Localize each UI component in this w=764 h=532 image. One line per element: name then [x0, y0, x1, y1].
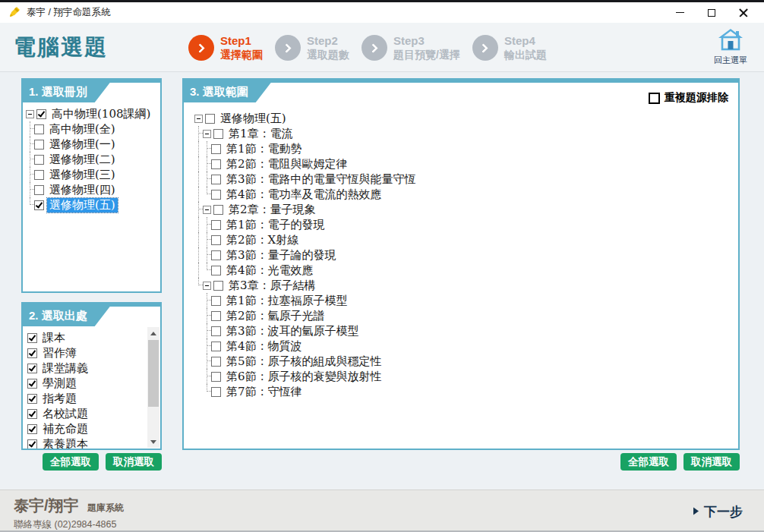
tree-item-label[interactable]: 選修物理(三)	[47, 168, 118, 182]
step-1[interactable]: Step1選擇範圍	[188, 34, 263, 61]
tree-item-label[interactable]: 第7節：守恆律	[224, 385, 305, 399]
checkbox[interactable]	[211, 357, 221, 367]
tree-guide	[194, 384, 203, 399]
tree-guide	[203, 323, 211, 338]
checkbox[interactable]	[213, 129, 223, 139]
tree-item-label[interactable]: 第3章：原子結構	[226, 279, 318, 293]
source-label[interactable]: 名校試題	[40, 407, 90, 421]
tree-guide	[194, 172, 203, 187]
checkbox[interactable]	[27, 379, 37, 389]
tree-item-label[interactable]: 第4節：光電效應	[224, 263, 316, 278]
checkbox[interactable]	[34, 170, 44, 180]
collapse-toggle-icon[interactable]	[194, 115, 203, 123]
tree-row: 第6節：原子核的衰變與放射性	[194, 369, 737, 384]
checkbox[interactable]	[27, 364, 37, 373]
checkbox[interactable]	[27, 439, 37, 449]
tree-item-label[interactable]: 選修物理(一)	[47, 137, 118, 152]
source-label[interactable]: 學測題	[40, 376, 79, 391]
checkbox[interactable]	[213, 205, 223, 215]
checkbox[interactable]	[34, 185, 44, 195]
checkbox[interactable]	[211, 296, 221, 306]
step-4[interactable]: Step4輸出試題	[472, 34, 547, 61]
collapse-toggle-icon[interactable]	[203, 282, 211, 290]
checkbox[interactable]	[211, 190, 221, 200]
checkbox[interactable]	[211, 220, 221, 230]
step-3[interactable]: Step3題目預覽/選擇	[361, 34, 460, 61]
tree-item-label[interactable]: 高中物理(全)	[47, 122, 118, 137]
checkbox[interactable]	[34, 155, 44, 165]
maximize-icon[interactable]	[696, 3, 728, 23]
checkbox[interactable]	[211, 342, 221, 351]
dedupe-checkbox[interactable]	[649, 93, 660, 104]
collapse-toggle-icon[interactable]	[203, 130, 211, 138]
tree-item-label[interactable]: 第1章：電流	[226, 127, 295, 141]
scope-deselect-button[interactable]: 取消選取	[683, 453, 740, 471]
source-label[interactable]: 課本	[40, 331, 68, 345]
checkbox[interactable]	[211, 311, 221, 321]
collapse-toggle-icon[interactable]	[203, 206, 211, 214]
tree-item-label[interactable]: 第2節：X射線	[224, 233, 301, 247]
tree-item-label[interactable]: 第2章：量子現象	[226, 203, 318, 217]
chevron-circle-icon	[472, 35, 498, 61]
scroll-down-icon[interactable]	[147, 436, 159, 448]
checkbox[interactable]	[27, 348, 37, 358]
scrollbar[interactable]	[147, 327, 159, 448]
checkbox[interactable]	[211, 144, 221, 154]
checkbox[interactable]	[211, 175, 221, 184]
checkbox[interactable]	[36, 109, 46, 119]
tree-item-label[interactable]: 第1節：電子的發現	[224, 218, 327, 232]
checkbox[interactable]	[27, 394, 37, 404]
source-item: 指考題	[27, 391, 144, 406]
checkbox[interactable]	[27, 409, 37, 419]
checkbox[interactable]	[27, 424, 37, 434]
tree-item-label[interactable]: 第3節：波耳的氫原子模型	[224, 324, 361, 338]
tree-item-label[interactable]: 第1節：拉塞福原子模型	[224, 294, 350, 308]
tree-item-label[interactable]: 選修物理(五)	[218, 112, 289, 126]
tree-item-label[interactable]: 第6節：原子核的衰變與放射性	[224, 370, 384, 384]
tree-item-label[interactable]: 第4節：物質波	[224, 339, 305, 354]
checkbox[interactable]	[213, 281, 223, 291]
tree-item-label[interactable]: 第2節：電阻與歐姆定律	[224, 157, 350, 172]
checkbox[interactable]	[211, 235, 221, 245]
step-2[interactable]: Step2選取題數	[275, 34, 349, 61]
tree-item-label[interactable]: 第2節：氫原子光譜	[224, 309, 327, 323]
checkbox[interactable]	[34, 200, 44, 210]
scrollbar-thumb[interactable]	[148, 340, 159, 407]
checkbox[interactable]	[211, 159, 221, 169]
checkbox[interactable]	[205, 114, 215, 124]
home-button[interactable]: 回主選單	[707, 28, 754, 66]
checkbox[interactable]	[211, 250, 221, 260]
tree-item-label[interactable]: 選修物理(四)	[47, 183, 118, 197]
source-label[interactable]: 補充命題	[40, 422, 90, 436]
next-step-button[interactable]: 下一步	[693, 502, 743, 520]
tree-item-label[interactable]: 高中物理(108課綱)	[49, 107, 153, 121]
tree-item-label[interactable]: 第3節：電路中的電量守恆與能量守恆	[224, 172, 418, 187]
sources-select-all-button[interactable]: 全部選取	[43, 453, 99, 471]
close-icon[interactable]	[728, 3, 759, 23]
checkbox[interactable]	[27, 333, 37, 343]
tree-item-label[interactable]: 選修物理(五)	[47, 198, 118, 212]
tree-item-label[interactable]: 第4節：電功率及電流的熱效應	[224, 187, 384, 202]
steps: Step1選擇範圍Step2選取題數Step3題目預覽/選擇Step4輸出試題	[188, 33, 547, 63]
minimize-icon[interactable]	[664, 3, 696, 23]
scroll-up-icon[interactable]	[147, 327, 159, 339]
source-label[interactable]: 素養題本	[40, 437, 90, 449]
tree-item-label[interactable]: 第5節：原子核的組成與穩定性	[224, 354, 384, 369]
checkbox[interactable]	[211, 372, 221, 382]
sources-deselect-button[interactable]: 取消選取	[106, 453, 162, 471]
checkbox[interactable]	[211, 387, 221, 397]
panel-scope-title: 3. 選取範圍	[184, 83, 271, 102]
checkbox[interactable]	[34, 140, 44, 150]
collapse-toggle-icon[interactable]	[26, 110, 34, 118]
source-label[interactable]: 指考題	[40, 392, 79, 406]
checkbox[interactable]	[34, 124, 44, 134]
window-titlebar: 泰宇 / 翔宇命題系統	[0, 0, 764, 23]
tree-item-label[interactable]: 第3節：量子論的發現	[224, 248, 339, 263]
checkbox[interactable]	[211, 266, 221, 275]
checkbox[interactable]	[211, 326, 221, 336]
tree-item-label[interactable]: 第1節：電動勢	[224, 142, 305, 156]
scope-select-all-button[interactable]: 全部選取	[620, 453, 677, 471]
source-label[interactable]: 課堂講義	[40, 361, 90, 376]
source-label[interactable]: 習作簿	[40, 346, 79, 360]
tree-item-label[interactable]: 選修物理(二)	[47, 153, 118, 167]
